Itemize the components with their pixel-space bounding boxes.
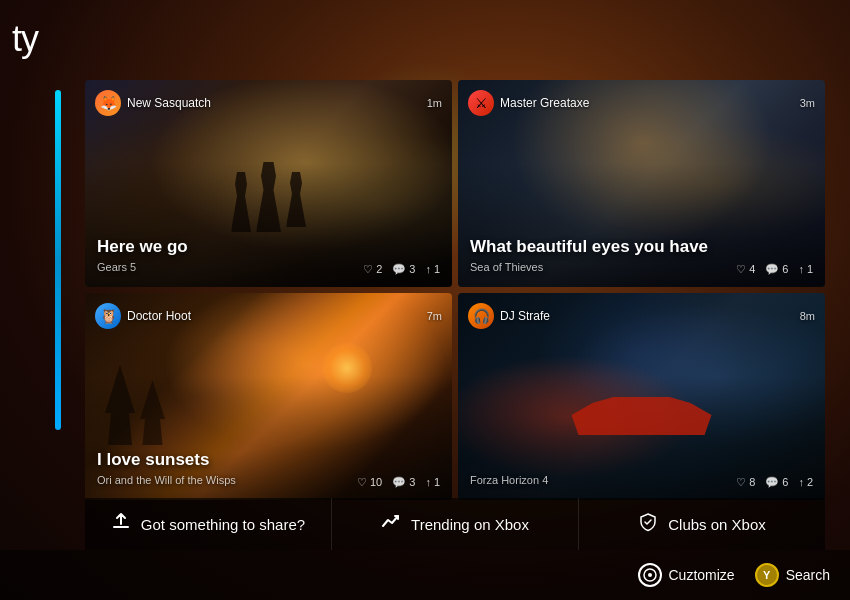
footer-bar: Cuztomize Y Search [0, 550, 850, 600]
card-stats: ♡ 2 💬 3 ↑ 1 [363, 263, 440, 276]
card-decoration [231, 172, 306, 232]
card-header: 🦉 Doctor Hoot 7m [95, 303, 442, 329]
comment-icon: 💬 [392, 263, 406, 276]
search-action[interactable]: Y Search [755, 563, 830, 587]
cards-grid: 🦊 New Sasquatch 1m Here we go Gears 5 ♡ … [85, 80, 825, 500]
card-title: I love sunsets [97, 450, 440, 470]
card-time: 3m [800, 97, 815, 109]
likes-count: 4 [749, 263, 755, 275]
heart-icon: ♡ [363, 263, 373, 276]
trending-button[interactable]: Trending on Xbox [332, 498, 579, 550]
user-name: DJ Strafe [500, 309, 550, 323]
user-name: New Sasquatch [127, 96, 211, 110]
card-time: 1m [427, 97, 442, 109]
clubs-button[interactable]: Clubs on Xbox [579, 498, 825, 550]
likes-stat: ♡ 8 [736, 476, 755, 489]
share-icon: ↑ [798, 263, 804, 275]
shares-stat: ↑ 1 [798, 263, 813, 275]
avatar: 🦊 [95, 90, 121, 116]
heart-icon: ♡ [736, 476, 746, 489]
trending-button-label: Trending on Xbox [411, 516, 529, 533]
svg-point-2 [648, 573, 652, 577]
card-time: 8m [800, 310, 815, 322]
shares-stat: ↑ 1 [425, 476, 440, 488]
card-footer: What beautiful eyes you have Sea of Thie… [458, 229, 825, 287]
user-name: Master Greataxe [500, 96, 589, 110]
shield-icon [638, 512, 658, 537]
shares-stat: ↑ 1 [425, 263, 440, 275]
comments-stat: 💬 6 [765, 263, 788, 276]
shares-count: 2 [807, 476, 813, 488]
customize-button-icon [638, 563, 662, 587]
card-footer: Forza Horizon 4 ♡ 8 💬 6 ↑ 2 [458, 462, 825, 500]
page-title: ty [0, 0, 85, 60]
likes-stat: ♡ 2 [363, 263, 382, 276]
card-sea-of-thieves[interactable]: ⚔ Master Greataxe 3m What beautiful eyes… [458, 80, 825, 287]
likes-count: 2 [376, 263, 382, 275]
card-user: 🦊 New Sasquatch [95, 90, 211, 116]
card-footer: Here we go Gears 5 ♡ 2 💬 3 ↑ [85, 229, 452, 287]
avatar: ⚔ [468, 90, 494, 116]
likes-stat: ♡ 4 [736, 263, 755, 276]
customize-action[interactable]: Cuztomize [638, 563, 735, 587]
card-time: 7m [427, 310, 442, 322]
share-icon: ↑ [425, 263, 431, 275]
avatar: 🎧 [468, 303, 494, 329]
comments-count: 3 [409, 263, 415, 275]
shares-count: 1 [807, 263, 813, 275]
upload-icon [111, 512, 131, 537]
card-game: Gears 5 [97, 261, 136, 273]
card-footer: I love sunsets Ori and the Will of the W… [85, 442, 452, 500]
comment-icon: 💬 [765, 476, 779, 489]
card-gears5[interactable]: 🦊 New Sasquatch 1m Here we go Gears 5 ♡ … [85, 80, 452, 287]
card-user: 🎧 DJ Strafe [468, 303, 550, 329]
left-panel: ty [0, 0, 85, 600]
card-game: Ori and the Will of the Wisps [97, 474, 236, 486]
likes-stat: ♡ 10 [357, 476, 382, 489]
card-stats: ♡ 8 💬 6 ↑ 2 [736, 476, 813, 489]
search-label: Search [786, 567, 830, 583]
comments-count: 6 [782, 263, 788, 275]
comments-stat: 💬 3 [392, 476, 415, 489]
avatar: 🦉 [95, 303, 121, 329]
likes-count: 10 [370, 476, 382, 488]
user-name: Doctor Hoot [127, 309, 191, 323]
shares-stat: ↑ 2 [798, 476, 813, 488]
card-stats: ♡ 10 💬 3 ↑ 1 [357, 476, 440, 489]
share-icon: ↑ [425, 476, 431, 488]
card-header: ⚔ Master Greataxe 3m [468, 90, 815, 116]
bottom-bar: Got something to share? Trending on Xbox… [85, 498, 825, 550]
customize-label: Cuztomize [669, 567, 735, 583]
share-button-label: Got something to share? [141, 516, 305, 533]
shares-count: 1 [434, 476, 440, 488]
comments-stat: 💬 6 [765, 476, 788, 489]
comments-count: 6 [782, 476, 788, 488]
y-symbol: Y [763, 569, 770, 581]
left-accent-bar [55, 90, 61, 430]
card-user: 🦉 Doctor Hoot [95, 303, 191, 329]
comments-stat: 💬 3 [392, 263, 415, 276]
trending-icon [381, 512, 401, 537]
card-title: What beautiful eyes you have [470, 237, 813, 257]
card-forza[interactable]: 🎧 DJ Strafe 8m Forza Horizon 4 ♡ 8 💬 [458, 293, 825, 500]
card-header: 🦊 New Sasquatch 1m [95, 90, 442, 116]
main-content: 🦊 New Sasquatch 1m Here we go Gears 5 ♡ … [85, 80, 850, 600]
card-ori[interactable]: 🦉 Doctor Hoot 7m I love sunsets Ori and … [85, 293, 452, 500]
card-game: Forza Horizon 4 [470, 474, 548, 486]
sun-decoration [322, 343, 372, 393]
heart-icon: ♡ [357, 476, 367, 489]
share-button[interactable]: Got something to share? [85, 498, 332, 550]
comment-icon: 💬 [392, 476, 406, 489]
svg-rect-0 [113, 526, 129, 528]
search-button-icon: Y [755, 563, 779, 587]
shares-count: 1 [434, 263, 440, 275]
likes-count: 8 [749, 476, 755, 488]
card-user: ⚔ Master Greataxe [468, 90, 589, 116]
card-title: Here we go [97, 237, 440, 257]
heart-icon: ♡ [736, 263, 746, 276]
card-game: Sea of Thieves [470, 261, 543, 273]
card-stats: ♡ 4 💬 6 ↑ 1 [736, 263, 813, 276]
comments-count: 3 [409, 476, 415, 488]
clubs-button-label: Clubs on Xbox [668, 516, 766, 533]
card-header: 🎧 DJ Strafe 8m [468, 303, 815, 329]
